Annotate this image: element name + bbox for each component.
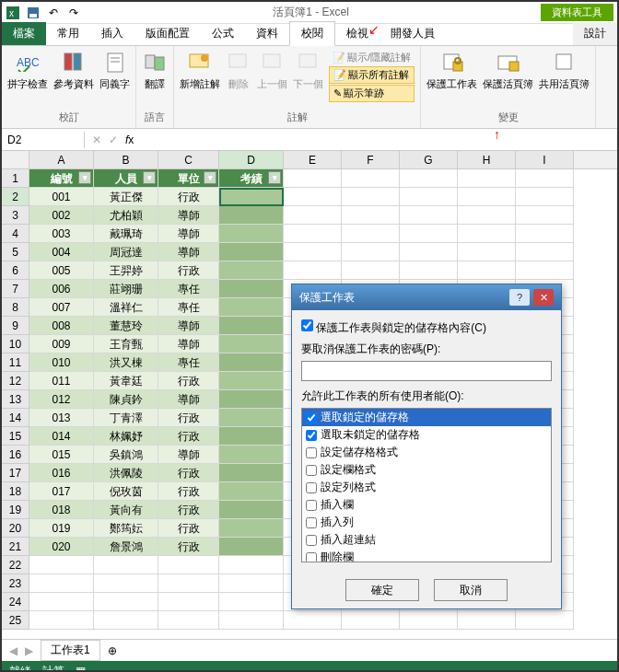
protect-contents-checkbox[interactable]: 保護工作表與鎖定的儲存格內容(C) (301, 319, 552, 336)
filter-icon[interactable]: ▾ (78, 171, 91, 184)
col-header-D[interactable]: D (219, 151, 284, 168)
next-label: 下一個 (293, 77, 323, 91)
next-comment-button: 下一個 (293, 50, 323, 91)
tab-insert[interactable]: 插入 (90, 22, 134, 45)
macro-record-icon[interactable]: ▦ (76, 665, 86, 672)
protect-workbook-button[interactable]: 保護活頁簿 (483, 50, 533, 91)
translate-button[interactable]: 翻譯 (142, 50, 168, 91)
svg-rect-16 (299, 54, 316, 67)
col-header-E[interactable]: E (284, 151, 342, 168)
tab-file[interactable]: 檔案 (2, 22, 46, 45)
permission-item[interactable]: 插入列 (302, 514, 551, 531)
table-header[interactable]: 人員▾ (94, 169, 158, 188)
fx-icon[interactable]: fx (125, 133, 134, 146)
col-header-I[interactable]: I (516, 151, 574, 168)
permission-checkbox[interactable] (306, 430, 317, 441)
dialog-title-bar[interactable]: 保護工作表 ? ✕ (292, 284, 561, 310)
col-header-G[interactable]: G (400, 151, 458, 168)
tab-data[interactable]: 資料 (245, 22, 289, 45)
prev-label: 上一個 (257, 77, 287, 91)
table-header[interactable]: 考績▾ (219, 169, 284, 188)
enter-icon[interactable]: ✓ (109, 133, 118, 146)
table-row[interactable]: 3 002 尤柏穎 導師 (2, 206, 617, 225)
protect-sheet-button[interactable]: 保護工作表 (426, 50, 477, 91)
sheet-tab[interactable]: 工作表1 (41, 640, 100, 661)
show-all-comments-button[interactable]: 📝顯示所有註解 (329, 66, 415, 84)
permission-checkbox[interactable] (306, 482, 317, 493)
protsheet-label: 保護工作表 (426, 77, 477, 91)
ok-button[interactable]: 確定 (345, 579, 419, 601)
spell-check-button[interactable]: ABC拼字檢查 (7, 50, 48, 91)
tab-review[interactable]: 校閱 (289, 21, 335, 46)
table-header[interactable]: 編號▾ (29, 169, 94, 188)
svg-rect-11 (155, 57, 164, 70)
filter-icon[interactable]: ▾ (143, 171, 156, 184)
permission-checkbox[interactable] (306, 500, 317, 511)
save-icon[interactable] (26, 6, 41, 20)
reference-button[interactable]: 參考資料 (53, 50, 94, 91)
table-row[interactable]: 6 005 王羿婷 行政 (2, 261, 617, 280)
permission-checkbox[interactable] (306, 552, 317, 563)
filter-icon[interactable]: ▾ (268, 171, 281, 184)
show-hide-comment-button: 📝顯示/隱藏註解 (329, 50, 415, 65)
table-row[interactable]: 4 003 戴珮琦 導師 (2, 225, 617, 243)
sheet-nav-prev-icon[interactable]: ◀ (9, 644, 18, 657)
table-row[interactable]: 2 001 黃正傑 行政 (2, 188, 617, 206)
tab-home[interactable]: 常用 (46, 22, 90, 45)
password-label: 要取消保護工作表的密碼(P): (301, 342, 552, 357)
name-box[interactable]: D2 (2, 132, 85, 148)
dialog-close-button[interactable]: ✕ (533, 289, 554, 306)
permission-item[interactable]: 選取未鎖定的儲存格 (302, 426, 551, 444)
tab-formula[interactable]: 公式 (201, 22, 245, 45)
svg-rect-14 (229, 54, 246, 67)
col-header-H[interactable]: H (458, 151, 516, 168)
permission-checkbox[interactable] (306, 535, 317, 546)
password-input[interactable] (301, 361, 552, 381)
permission-item[interactable]: 插入超連結 (302, 531, 551, 549)
tab-dev[interactable]: 開發人員 (380, 22, 446, 45)
ribbon-tabs: 檔案 常用 插入 版面配置 公式 資料 校閱 檢視 開發人員 設計 (2, 24, 617, 46)
permission-checkbox[interactable] (306, 412, 317, 423)
new-comment-button[interactable]: 新增註解 (180, 50, 220, 91)
col-header-F[interactable]: F (342, 151, 400, 168)
select-all-corner[interactable] (2, 151, 29, 168)
permission-item[interactable]: 設定儲存格格式 (302, 444, 551, 461)
tab-layout[interactable]: 版面配置 (134, 22, 201, 45)
filter-icon[interactable]: ▾ (204, 171, 216, 184)
permission-item[interactable]: 設定欄格式 (302, 461, 551, 479)
permission-item[interactable]: 刪除欄 (302, 549, 551, 562)
col-header-C[interactable]: C (158, 151, 219, 168)
svg-rect-15 (263, 54, 280, 67)
cancel-button[interactable]: 取消 (434, 579, 508, 601)
undo-icon[interactable]: ↶ (46, 6, 61, 20)
dialog-help-button[interactable]: ? (509, 289, 530, 306)
permission-item[interactable]: 選取鎖定的儲存格 (302, 409, 551, 426)
svg-rect-6 (74, 53, 81, 70)
permissions-listbox[interactable]: 選取鎖定的儲存格選取未鎖定的儲存格設定儲存格格式設定欄格式設定列格式插入欄插入列… (301, 408, 552, 562)
cancel-icon[interactable]: ✕ (92, 133, 101, 146)
col-header-B[interactable]: B (94, 151, 158, 168)
svg-rect-21 (509, 62, 519, 71)
status-calc: 計算 (42, 664, 64, 673)
tab-design[interactable]: 設計 (573, 22, 617, 45)
col-header-A[interactable]: A (29, 151, 94, 168)
redo-icon[interactable]: ↷ (66, 6, 81, 20)
del-label: 刪除 (228, 77, 249, 91)
table-row[interactable]: 5 004 周冠達 導師 (2, 243, 617, 261)
table-header[interactable]: 單位▾ (158, 169, 219, 188)
permission-item[interactable]: 設定列格式 (302, 479, 551, 496)
delete-comment-button: 刪除 (226, 50, 251, 91)
permission-checkbox[interactable] (306, 447, 317, 458)
show-ink-button[interactable]: ✎顯示筆跡 (329, 85, 415, 102)
add-sheet-icon[interactable]: ⊕ (108, 644, 117, 657)
sheet-nav-next-icon[interactable]: ▶ (25, 644, 33, 657)
group-comments-label: 註解 (180, 110, 415, 124)
permission-checkbox[interactable] (306, 465, 317, 476)
permission-checkbox[interactable] (306, 517, 317, 528)
thesaurus-button[interactable]: 同義字 (99, 50, 130, 91)
quick-access-toolbar: x ↶ ↷ (6, 6, 81, 20)
svg-text:x: x (9, 8, 14, 18)
ink-icon: ✎ (333, 87, 342, 99)
share-workbook-button[interactable]: 共用活頁簿 (539, 50, 590, 91)
permission-item[interactable]: 插入欄 (302, 496, 551, 514)
